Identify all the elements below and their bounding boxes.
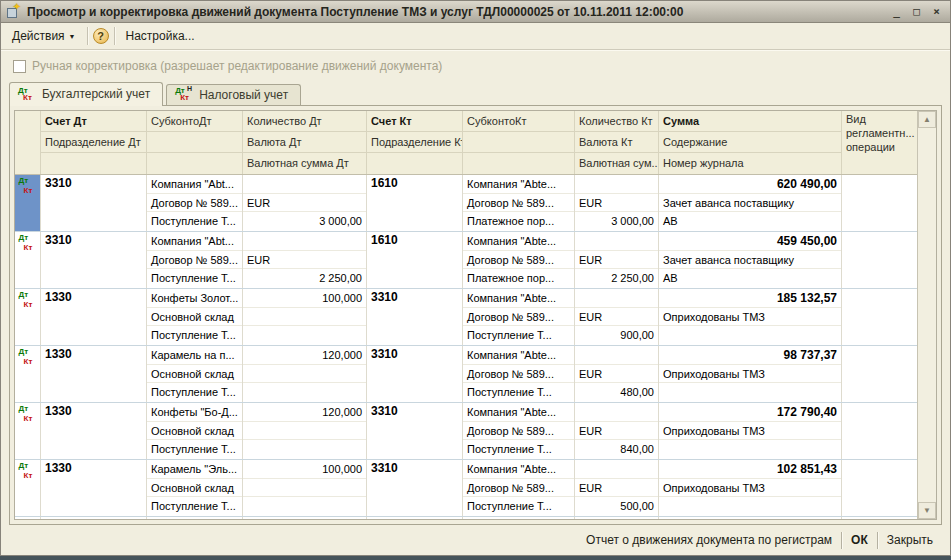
- sub-cell[interactable]: Карамель на п...: [147, 346, 242, 365]
- sub-cell[interactable]: Конфеты Золот...: [147, 289, 242, 308]
- sub-cell[interactable]: Компания "Abte...: [463, 175, 574, 194]
- sub-cell[interactable]: EUR: [575, 479, 658, 498]
- sub-cell[interactable]: EUR: [243, 194, 366, 213]
- cell-subkonto-kt[interactable]: Компания "Abte...Договор № 589...Поступл…: [463, 289, 575, 345]
- sub-cell[interactable]: Компания "Abte...: [463, 289, 574, 308]
- cell-op-type[interactable]: [842, 460, 917, 516]
- tab-tax[interactable]: ДтНКт Налоговый учет: [166, 84, 301, 105]
- header-cell[interactable]: Содержание: [659, 132, 841, 153]
- sub-cell[interactable]: Платежное пор...: [463, 269, 574, 288]
- minimize-button[interactable]: _: [888, 4, 905, 19]
- sub-cell[interactable]: [243, 232, 366, 251]
- ok-button[interactable]: ОК: [842, 530, 877, 550]
- sub-cell[interactable]: 3 000,00: [243, 212, 366, 231]
- sub-cell[interactable]: Поступление Т...: [463, 440, 574, 459]
- sub-cell[interactable]: [243, 326, 366, 345]
- sub-cell[interactable]: 2 250,00: [575, 269, 658, 288]
- sub-cell[interactable]: 100,000: [243, 460, 366, 479]
- sub-cell[interactable]: [659, 383, 841, 402]
- vertical-scrollbar[interactable]: ▲ ▼: [917, 111, 936, 519]
- cell-account-dt[interactable]: 1330: [41, 346, 147, 402]
- cell-sum[interactable]: 459 450,00Зачет аванса поставщикуАВ: [659, 232, 842, 288]
- cell-qty-kt[interactable]: EUR3 000,00: [575, 175, 659, 231]
- column-header-sum[interactable]: СуммаСодержаниеНомер журнала: [659, 111, 842, 174]
- header-cell[interactable]: СубконтоДт: [147, 111, 242, 132]
- sub-cell[interactable]: Поступление Т...: [147, 440, 242, 459]
- header-cell[interactable]: Валютная сум...: [575, 153, 658, 174]
- header-cell[interactable]: Валютная сумма Дт: [243, 153, 366, 174]
- sub-cell[interactable]: Основной склад: [147, 308, 242, 327]
- sub-cell[interactable]: 500,00: [575, 497, 658, 516]
- sub-cell[interactable]: 620 490,00: [659, 175, 841, 194]
- sub-cell[interactable]: Договор № 589...: [463, 422, 574, 441]
- sub-cell[interactable]: 98 737,37: [659, 346, 841, 365]
- sub-cell[interactable]: Договор № 589...: [147, 194, 242, 213]
- cell-subkonto-dt[interactable]: Компания "Abt...Договор № 589...Поступле…: [147, 232, 243, 288]
- scroll-up-icon[interactable]: ▲: [918, 111, 936, 128]
- sub-cell[interactable]: [575, 346, 658, 365]
- header-cell[interactable]: [147, 132, 242, 153]
- sub-cell[interactable]: Зачет аванса поставщику: [659, 251, 841, 270]
- sub-cell[interactable]: Договор № 589...: [463, 194, 574, 213]
- column-header-qty-kt[interactable]: Количество КтВалюта КтВалютная сум...: [575, 111, 659, 174]
- header-cell[interactable]: [463, 153, 574, 174]
- sub-cell[interactable]: [243, 440, 366, 459]
- header-cell[interactable]: [41, 153, 146, 174]
- sub-cell[interactable]: Договор № 589...: [463, 251, 574, 270]
- sub-cell[interactable]: EUR: [575, 365, 658, 384]
- header-cell[interactable]: [463, 132, 574, 153]
- cell-account-dt[interactable]: 3310: [41, 175, 147, 231]
- cell-sum[interactable]: 172 790,40Оприходованы ТМЗ: [659, 403, 842, 459]
- tab-accounting[interactable]: ДтКт Бухгалтерский учет: [9, 82, 163, 106]
- sub-cell[interactable]: EUR: [243, 251, 366, 270]
- column-header-subkonto-dt[interactable]: СубконтоДт: [147, 111, 243, 174]
- column-header-account-kt[interactable]: Счет КтПодразделение Кт: [367, 111, 463, 174]
- sub-cell[interactable]: Поступление Т...: [147, 269, 242, 288]
- row-select-cell[interactable]: ДтКт: [15, 460, 41, 516]
- sub-cell[interactable]: [243, 175, 366, 194]
- header-cell[interactable]: Подразделение Дт: [41, 132, 146, 153]
- sub-cell[interactable]: Компания "Abte...: [463, 232, 574, 251]
- row-select-cell[interactable]: ДтКт: [15, 289, 41, 345]
- sub-cell[interactable]: 172 790,40: [659, 403, 841, 422]
- sub-cell[interactable]: 900,00: [575, 326, 658, 345]
- sub-cell[interactable]: 2 250,00: [243, 269, 366, 288]
- sub-cell[interactable]: Договор № 589...: [463, 365, 574, 384]
- sub-cell[interactable]: Поступление Т...: [463, 383, 574, 402]
- sub-cell[interactable]: Компания "Abt...: [147, 175, 242, 194]
- sub-cell[interactable]: [575, 175, 658, 194]
- cell-op-type[interactable]: [842, 346, 917, 402]
- cell-subkonto-kt[interactable]: Компания "Abte...Договор № 589...Платежн…: [463, 175, 575, 231]
- cell-subkonto-kt[interactable]: Компания "Abte...Договор № 589...Поступл…: [463, 346, 575, 402]
- sub-cell[interactable]: 120,000: [243, 346, 366, 365]
- sub-cell[interactable]: [243, 383, 366, 402]
- scroll-down-icon[interactable]: ▼: [918, 502, 936, 519]
- sub-cell[interactable]: Оприходованы ТМЗ: [659, 479, 841, 498]
- cell-qty-dt[interactable]: EUR2 250,00: [243, 232, 367, 288]
- header-cell[interactable]: [147, 153, 242, 174]
- cell-sum[interactable]: 620 490,00Зачет аванса поставщикуАВ: [659, 175, 842, 231]
- table-row[interactable]: ДтКт3310Компания "Abt...Договор № 589...…: [15, 175, 917, 232]
- sub-cell[interactable]: 840,00: [575, 440, 658, 459]
- header-cell[interactable]: [367, 153, 462, 174]
- sub-cell[interactable]: АВ: [659, 212, 841, 231]
- sub-cell[interactable]: EUR: [575, 251, 658, 270]
- sub-cell[interactable]: 100,000: [243, 289, 366, 308]
- cell-account-kt[interactable]: 3310: [367, 460, 463, 516]
- row-select-cell[interactable]: ДтКт: [15, 346, 41, 402]
- sub-cell[interactable]: EUR: [575, 308, 658, 327]
- table-row[interactable]: ДтКт1330Конфеты Золот...Основной складПо…: [15, 289, 917, 346]
- sub-cell[interactable]: Поступление Т...: [147, 497, 242, 516]
- maximize-button[interactable]: □: [908, 4, 925, 19]
- sub-cell[interactable]: [243, 497, 366, 516]
- header-cell[interactable]: Счет Кт: [367, 111, 462, 132]
- sub-cell[interactable]: [575, 403, 658, 422]
- sub-cell[interactable]: Компания "Abte...: [463, 460, 574, 479]
- cell-account-dt[interactable]: 1330: [41, 403, 147, 459]
- sub-cell[interactable]: [575, 460, 658, 479]
- cell-subkonto-dt[interactable]: Конфеты "Бо-Д...Основной складПоступлени…: [147, 403, 243, 459]
- sub-cell[interactable]: Поступление Т...: [147, 326, 242, 345]
- sub-cell[interactable]: EUR: [575, 194, 658, 213]
- sub-cell[interactable]: 120,000: [243, 403, 366, 422]
- header-cell[interactable]: Номер журнала: [659, 153, 841, 174]
